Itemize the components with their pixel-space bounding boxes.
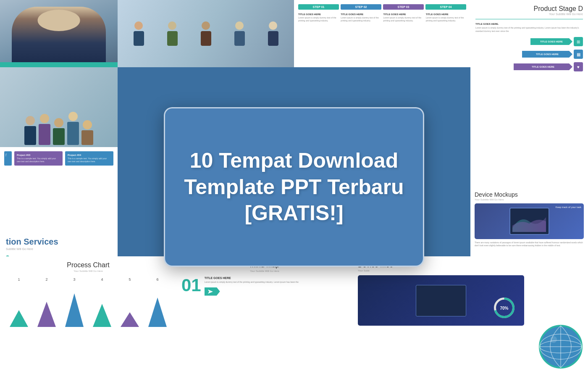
mm-arrow-shape — [205, 287, 220, 296]
head-4 — [235, 21, 244, 30]
project-3-card: Project #03 This is a sample text. You s… — [14, 151, 63, 166]
body-4 — [234, 31, 245, 46]
projects-section: You Project #03 This is a sample text. Y… — [0, 147, 118, 172]
center-title: 10 Tempat Download Template PPT Terbaru … — [184, 147, 404, 227]
figure-3 — [53, 118, 65, 145]
head-1 — [134, 21, 143, 30]
process-bars — [5, 285, 171, 327]
mind-map-item-text: Lorem ipsum is simply dummy text of the … — [205, 281, 348, 284]
bar-tri-5 — [121, 312, 139, 327]
device-description: There are many variations of passages of… — [475, 241, 584, 247]
mind-map-item-title: TITLE GOES HERE — [205, 277, 348, 279]
title-line-1: 10 Tempat Download — [190, 149, 398, 172]
process-chart-title: Process Chart — [5, 261, 171, 269]
fig-head-5 — [83, 120, 92, 129]
figure-2 — [39, 114, 50, 145]
step-col-4: TITLE GOES HERE Lorem ipsum is simply du… — [426, 13, 466, 22]
ps-arrow-row-1: TITLE GOES HERE ⊞ — [530, 37, 583, 46]
fig-head-3 — [54, 118, 63, 127]
project-3-number: Project #03 — [17, 154, 60, 156]
title-line-2: Template PPT Terbaru — [184, 175, 404, 199]
title-line-3: [GRATIS!] — [244, 201, 343, 225]
num-6: 6 — [156, 277, 158, 282]
step-col-1-title: TITLE GOES HERE — [298, 13, 339, 16]
globe-svg — [538, 324, 584, 370]
project-4-card: Project #04 This is a sample text. You s… — [65, 151, 113, 166]
services-subtitle: Subtitle Will Go Here — [6, 248, 112, 250]
process-chart-subtitle: Your Subtitle Will Go Here — [5, 270, 171, 272]
num-4: 4 — [101, 277, 103, 282]
mind-map-subtitle: Your Subtitle Will Go Here — [181, 270, 348, 272]
figure-5 — [81, 120, 93, 145]
meeting-person-5 — [268, 21, 278, 46]
center-card: 10 Tempat Download Template PPT Terbaru … — [164, 107, 424, 267]
product-stage-section: TITLE GOES HERE. Lorem ipsum is simply d… — [475, 23, 583, 33]
thumbnail-device-mock-bottom: Device Moc Your Subti 70% — [353, 256, 529, 374]
fig-head-4 — [68, 112, 78, 121]
progress-circle-container: 70% — [493, 296, 516, 319]
bar-tri-1 — [10, 310, 28, 327]
step-col-3-title: TITLE GOES HERE — [383, 13, 424, 16]
step-col-4-text: Lorem ipsum is simply dummy text of the … — [426, 16, 466, 22]
ps-arrow-1: TITLE GOES HERE — [530, 38, 572, 45]
thumbnail-product-stage: Product Stage D Your Subtitle Will Go He… — [470, 0, 588, 187]
mind-map-number: 01 — [181, 277, 201, 294]
thumbnail-portrait — [0, 0, 118, 67]
product-stage-section-text: Lorem ipsum is simply dummy text of the … — [475, 26, 583, 33]
product-stage-divider — [475, 19, 583, 19]
fig-head-2 — [40, 114, 49, 123]
step-col-2: TITLE GOES HERE Lorem ipsum is simply du… — [341, 13, 381, 22]
product-stage-section-title: TITLE GOES HERE. — [475, 23, 583, 25]
device-mockups-title: Device Mockups — [475, 191, 584, 198]
ps-arrow-row-2: TITLE GOES HERE ▦ — [522, 50, 583, 59]
device-mock-subtitle: Your Subti — [358, 269, 524, 272]
num-2: 2 — [45, 277, 47, 282]
step-3-pill: STEP 03 — [383, 4, 424, 10]
num-5: 5 — [129, 277, 131, 282]
laptop-shape — [509, 208, 549, 235]
mind-map-right: TITLE GOES HERE Lorem ipsum is simply du… — [205, 277, 348, 296]
num-1: 1 — [18, 277, 20, 282]
body-3 — [201, 31, 211, 46]
bar-tri-3 — [65, 293, 84, 327]
product-stage-header: Product Stage D Your Subtitle Will Go He… — [475, 5, 583, 16]
meeting-person-2 — [167, 21, 178, 46]
portrait-background — [0, 0, 118, 67]
meeting-person-4 — [234, 21, 245, 46]
project-4-text: This is a sample text. You simply add yo… — [68, 157, 111, 163]
device-label: Keep track of your task — [556, 206, 581, 208]
step-2-pill: STEP 02 — [341, 4, 381, 10]
steps-content: TITLE GOES HERE Lorem ipsum is simply du… — [298, 13, 466, 22]
figure-4 — [67, 112, 79, 145]
project-left-stub: You — [4, 151, 12, 166]
portrait-figure — [12, 7, 106, 67]
step-4-pill: STEP 04 — [425, 4, 466, 10]
head-3 — [202, 21, 210, 30]
thumbnail-people-projects: You Project #03 This is a sample text. Y… — [0, 67, 118, 231]
mind-map-content: 01 TITLE GOES HERE Lorem ipsum is simply… — [181, 277, 348, 296]
fig-body-5 — [81, 130, 93, 145]
ps-icon-1: ⊞ — [574, 37, 583, 46]
ps-arrow-2: TITLE GOES HERE — [522, 51, 572, 58]
fig-head-1 — [26, 116, 35, 125]
product-stage-subtitle: Your Subtitle Will Go Here — [475, 13, 583, 16]
steps-pills-row: STEP 01 STEP 02 STEP 03 STEP 04 — [298, 4, 466, 10]
head-2 — [168, 21, 176, 30]
device-mockups-visual: Keep track of your task — [475, 203, 584, 239]
body-1 — [134, 31, 144, 46]
thumbnail-process-chart: Process Chart Your Subtitle Will Go Here… — [0, 256, 176, 374]
thumbnail-globe — [529, 256, 588, 374]
projects-row: You Project #03 This is a sample text. Y… — [4, 151, 113, 166]
project-stub-text: You — [5, 153, 7, 156]
head-5 — [269, 21, 277, 30]
bar-tri-2 — [37, 302, 56, 327]
project-4-number: Project #04 — [68, 154, 111, 156]
portrait-head — [38, 10, 80, 31]
svg-point-8 — [550, 336, 557, 343]
center-card-content: 10 Tempat Download Template PPT Terbaru … — [171, 135, 416, 239]
step-col-3: TITLE GOES HERE Lorem ipsum is simply du… — [383, 13, 424, 22]
bar-tri-6 — [148, 298, 167, 327]
meeting-person-1 — [134, 21, 144, 46]
screen-chart — [512, 211, 546, 232]
teal-accent-bar — [0, 62, 118, 67]
